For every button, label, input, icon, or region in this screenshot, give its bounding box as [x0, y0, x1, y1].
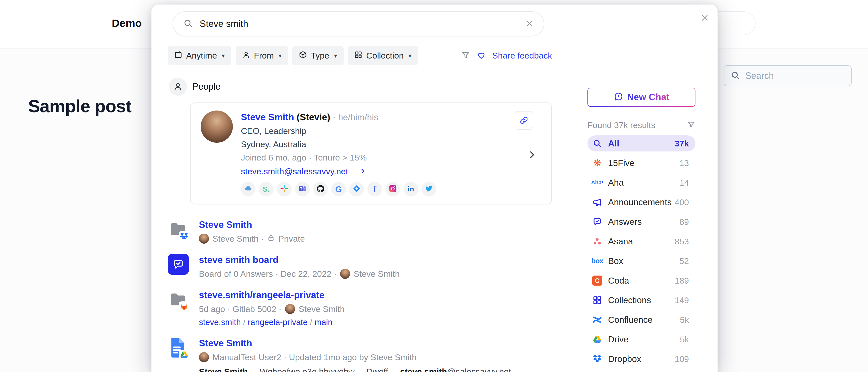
filter-chip-label: Anytime — [186, 51, 217, 61]
results-count: Found 37k results — [587, 120, 655, 130]
filter-chip-from[interactable]: From▾ — [236, 46, 288, 65]
result-meta-text: ManualTest User2 · Updated 1mo ago by St… — [213, 352, 417, 362]
clear-search-icon[interactable] — [525, 19, 534, 29]
facet-box[interactable]: boxBox52 — [587, 253, 695, 269]
facet-collections[interactable]: Collections149 — [587, 292, 695, 308]
facet-label: 15Five — [608, 158, 634, 168]
filter-chip-anytime[interactable]: Anytime▾ — [168, 46, 231, 65]
app-link-facebook[interactable]: f — [367, 182, 382, 196]
breadcrumb-link[interactable]: rangeela-private — [248, 317, 307, 327]
result-source-icon — [168, 337, 190, 359]
app-link-jira[interactable] — [349, 182, 364, 196]
people-section-icon — [169, 78, 187, 96]
chat-sparkle-icon — [614, 92, 623, 102]
lock-icon — [267, 234, 275, 244]
person-location: Sydney, Australia — [241, 140, 436, 149]
facet-label: Drive — [608, 334, 629, 344]
result-title-link[interactable]: steve smith board — [199, 254, 400, 266]
facet-label: Dropbox — [608, 354, 641, 364]
facet-dropbox[interactable]: Dropbox109 — [587, 351, 695, 367]
brand-logo[interactable]: Demo — [112, 17, 142, 29]
results-column: People Steve Smith (Stevie) · he/him/his… — [168, 71, 553, 372]
breadcrumb-separator: / — [308, 317, 315, 327]
person-pronouns: · he/him/his — [333, 112, 378, 122]
result-title-link[interactable]: Steve Smith — [199, 219, 305, 230]
facet-drive[interactable]: Drive5k — [587, 331, 695, 347]
facet-count: 52 — [679, 256, 689, 266]
modal-search-bar[interactable]: Steve smith — [173, 11, 544, 36]
breadcrumb-link[interactable]: main — [314, 317, 333, 327]
search-result: steve smith boardBoard of 0 Answers · De… — [168, 254, 553, 279]
result-title-link[interactable]: Steve Smith — [199, 338, 566, 349]
slack-icon — [280, 184, 288, 194]
facet-count: 14 — [679, 178, 689, 188]
facet-coda[interactable]: CCoda189 — [587, 273, 695, 289]
facet-count: 89 — [679, 217, 689, 227]
expand-person-chevron-icon[interactable] — [527, 150, 537, 161]
facet-count: 5k — [680, 335, 689, 344]
filter-funnel-icon[interactable] — [461, 51, 470, 61]
result-title-link[interactable]: steve.smith/rangeela-private — [199, 289, 345, 301]
avatar — [199, 234, 209, 244]
result-breadcrumb: steve.smith / rangeela-private / main — [199, 317, 345, 327]
result-body: steve.smith/rangeela-private5d ago · Git… — [199, 289, 345, 327]
modal-top: Steve smith Anytime▾From▾Type▾Collection… — [151, 4, 718, 65]
result-meta-text: Steve Smith — [353, 269, 400, 279]
filter-row: Anytime▾From▾Type▾Collection▾ Share feed… — [168, 46, 552, 65]
calendar-icon — [174, 51, 182, 61]
app-link-teams[interactable] — [295, 182, 310, 196]
share-feedback-link[interactable]: Share feedback — [492, 51, 552, 61]
facet-filter-funnel-icon[interactable] — [687, 121, 695, 130]
search-query[interactable]: Steve smith — [200, 19, 519, 29]
result-meta-text: Private — [278, 234, 305, 244]
app-link-linkedin[interactable]: in — [404, 182, 418, 196]
facet-aha[interactable]: Aha!Aha14 — [587, 175, 695, 191]
facet-ds_config1[interactable]: INds_config13 — [587, 371, 695, 372]
facet-label: Asana — [608, 236, 633, 246]
filter-chip-label: From — [254, 51, 274, 61]
app-link-slack[interactable] — [277, 182, 291, 196]
app-link-twitter[interactable] — [422, 182, 436, 196]
facet-confluence[interactable]: Confluence5k — [587, 312, 695, 328]
coda-icon: C — [591, 276, 603, 286]
facet-asana[interactable]: Asana853 — [587, 234, 695, 249]
seismic-icon: S. — [263, 185, 270, 193]
search-icon — [183, 18, 193, 29]
facet-announcements[interactable]: Announcements400 — [587, 194, 695, 210]
facet-answers[interactable]: Answers89 — [587, 214, 695, 230]
teams-icon — [298, 184, 307, 194]
person-card[interactable]: Steve Smith (Stevie) · he/him/his CEO, L… — [190, 102, 552, 205]
result-body: Steve SmithManualTest User2 · Updated 1m… — [199, 337, 566, 372]
facet-count: 189 — [675, 276, 689, 286]
filter-chip-type[interactable]: Type▾ — [292, 46, 344, 65]
result-meta-text: Board of 0 Answers · Dec 22, 2022 · — [199, 269, 337, 279]
filter-chip-collection[interactable]: Collection▾ — [348, 46, 418, 65]
facet-15five[interactable]: ❋15Five13 — [587, 155, 695, 171]
result-meta-text: 5d ago · Gitlab 5002 · — [199, 304, 282, 314]
dropbox-icon — [179, 231, 189, 242]
page-search-input[interactable] — [745, 70, 845, 81]
facet-all[interactable]: All37k — [587, 135, 695, 152]
chevron-right-icon[interactable] — [359, 167, 366, 176]
app-link-seismic[interactable]: S. — [259, 182, 274, 196]
close-icon[interactable] — [700, 13, 711, 24]
copy-link-button[interactable] — [515, 111, 533, 130]
person-name-link[interactable]: Steve Smith — [241, 112, 294, 122]
app-link-github[interactable] — [313, 182, 328, 196]
facet-count: 37k — [675, 138, 689, 149]
facet-label: Aha — [608, 178, 624, 188]
breadcrumb-link[interactable]: steve.smith — [199, 317, 241, 327]
person-email-link[interactable]: steve.smith@salessavvy.net — [241, 166, 348, 176]
asana-icon — [591, 237, 603, 246]
result-meta: Steve Smith ·Private — [199, 234, 305, 244]
app-link-google[interactable]: G — [331, 182, 346, 196]
breadcrumb-separator: / — [241, 317, 248, 327]
linkedin-icon: in — [408, 185, 414, 193]
app-link-salesforce[interactable] — [241, 182, 255, 196]
result-body: steve smith boardBoard of 0 Answers · De… — [199, 254, 400, 279]
facet-count: 109 — [675, 354, 689, 364]
page-search-box[interactable] — [723, 65, 852, 86]
aha-icon: Aha! — [591, 179, 603, 186]
app-link-instagram[interactable] — [385, 182, 400, 196]
new-chat-button[interactable]: New Chat — [587, 88, 695, 107]
